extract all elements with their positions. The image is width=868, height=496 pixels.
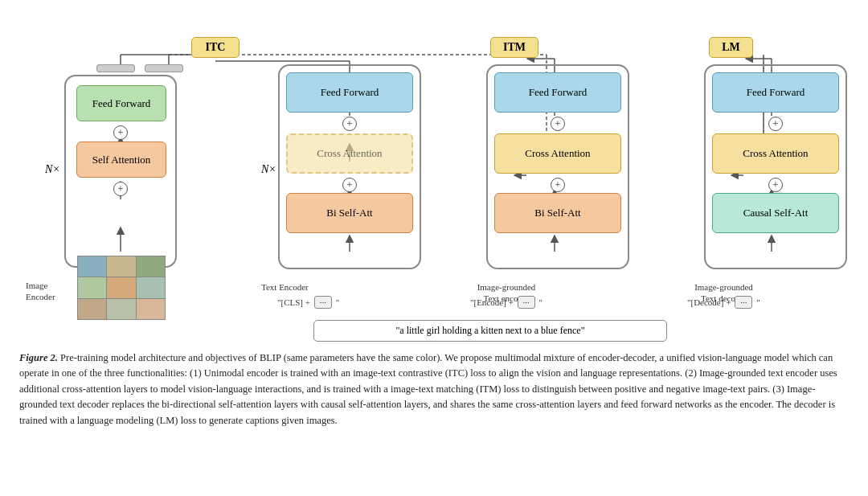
plus-8: + [768, 178, 783, 192]
plus-6: + [551, 178, 565, 192]
block-cross-attention-2: Cross Attention [712, 133, 839, 174]
lm-label: LM [709, 37, 753, 58]
image-cell-9 [137, 299, 165, 319]
connector-bar-1 [96, 64, 135, 72]
figure-caption: Figure 2. Pre-training model architectur… [16, 350, 852, 428]
diagram-area: N× Feed Forward + Self Attention + Image… [16, 14, 852, 344]
nx-label-1: N× [45, 163, 60, 176]
main-container: N× Feed Forward + Self Attention + Image… [0, 0, 868, 437]
block-cross-attention-dashed: Cross Attention [286, 133, 413, 174]
plus-7: + [768, 117, 783, 131]
label-image-encoder: Image Encoder [26, 280, 70, 303]
token-box-1: ··· [314, 296, 332, 309]
block-feed-forward-4: Feed Forward [712, 72, 839, 113]
image-cell-3 [137, 256, 165, 277]
caption-box: "a little girl holding a kitten next to … [313, 320, 667, 342]
plus-2: + [113, 182, 128, 196]
image-cell-6 [137, 277, 165, 297]
token-box-3: ··· [735, 296, 752, 309]
image-cell-2 [107, 256, 135, 277]
nx-label-2: N× [261, 163, 276, 176]
image-cell-7 [78, 299, 106, 319]
block-bi-self-att-2: Bi Self-Att [494, 193, 621, 233]
block-self-attention: Self Attention [76, 141, 166, 178]
block-causal-self-att: Causal Self-Att [712, 193, 839, 233]
block-cross-attention-1: Cross Attention [494, 133, 621, 174]
image-cell-1 [78, 256, 106, 277]
plus-4: + [342, 178, 357, 192]
token-box-2: ··· [518, 296, 535, 309]
block-bi-self-att-1: Bi Self-Att [286, 193, 413, 233]
itm-label: ITM [490, 37, 538, 58]
block-feed-forward-2: Feed Forward [286, 72, 413, 113]
image-grid [77, 256, 166, 320]
image-cell-8 [107, 299, 135, 319]
block-feed-forward-1: Feed Forward [76, 85, 166, 121]
image-cell-5 [107, 277, 135, 297]
connector-bar-2 [145, 64, 183, 72]
block-feed-forward-3: Feed Forward [494, 72, 621, 113]
itc-label: ITC [191, 37, 240, 58]
token-cls: "[CLS] + ··· " [277, 296, 339, 309]
plus-5: + [551, 117, 565, 131]
token-decode: "[Decode] + ··· " [687, 296, 760, 309]
plus-1: + [113, 125, 128, 140]
image-cell-4 [78, 277, 106, 297]
plus-3: + [342, 117, 357, 131]
label-text-encoder: Text Encoder [261, 281, 309, 293]
token-encode: "[Encode] + ··· " [470, 296, 542, 309]
